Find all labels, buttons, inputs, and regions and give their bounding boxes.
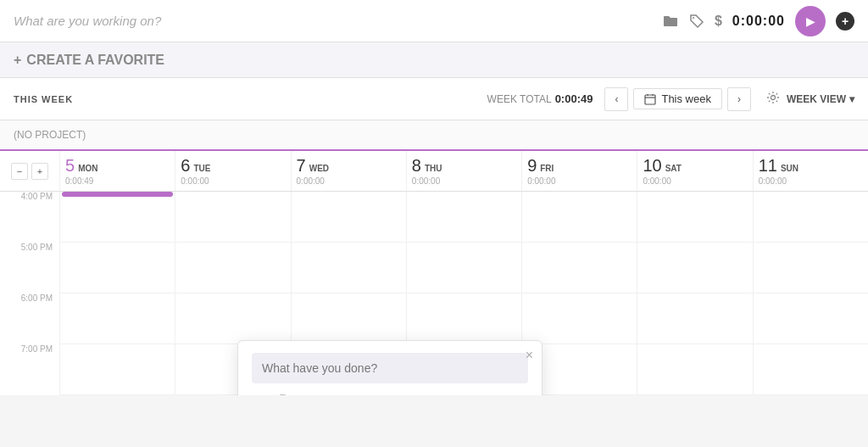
zoom-out-button[interactable]: − — [11, 163, 28, 180]
day-number: 9 — [527, 156, 537, 175]
hour-cell — [754, 192, 868, 243]
hour-cell — [637, 344, 752, 395]
day-number: 7 — [297, 156, 306, 175]
day-header: 8THU0:00:00 — [406, 151, 521, 191]
time-label: 5:00 PM — [0, 243, 59, 293]
hour-cell — [175, 243, 290, 293]
day-header: 9FRI0:00:00 — [521, 151, 637, 191]
week-range-button[interactable]: This week — [633, 88, 722, 109]
hour-cell — [292, 192, 406, 243]
day-header: 6TUE0:00:00 — [175, 151, 290, 191]
day-number: 8 — [412, 156, 421, 175]
hour-cell — [522, 243, 637, 293]
day-abbr: SAT — [665, 164, 682, 173]
day-abbr: WED — [309, 164, 329, 173]
prev-week-button[interactable]: ‹ — [604, 87, 628, 111]
time-label: 6:00 PM — [0, 293, 59, 344]
svg-point-5 — [771, 95, 775, 99]
timer-display: 0:00:00 — [732, 14, 785, 29]
gear-icon — [766, 91, 780, 104]
calendar-section: − + 5MON0:00:496TUE0:00:007WED0:00:008TH… — [0, 151, 868, 395]
top-bar: What are you working on? $ 0:00:00 ▶ + — [0, 0, 868, 42]
day-total: 0:00:49 — [65, 176, 170, 186]
dollar-icon: $ — [304, 394, 311, 395]
create-favorite-label: CREATE A FAVORITE — [26, 53, 164, 68]
next-week-button[interactable]: › — [727, 87, 751, 111]
play-button[interactable]: ▶ — [795, 6, 826, 36]
plus-icon: + — [14, 53, 21, 68]
hour-cell — [175, 192, 290, 243]
add-timer-button[interactable]: + — [836, 12, 854, 31]
day-abbr: TUE — [193, 164, 210, 173]
hour-cell — [637, 243, 752, 293]
task-description-input[interactable] — [252, 353, 528, 383]
time-entry-popup: × $ 📅 — [237, 340, 542, 395]
hour-cell — [522, 192, 637, 243]
day-header: 7WED0:00:00 — [291, 151, 406, 191]
hour-cell — [60, 344, 175, 395]
tag-icon — [279, 394, 292, 395]
project-row: (NO PROJECT) — [0, 120, 868, 151]
hour-cell — [292, 293, 406, 344]
popup-close-button[interactable]: × — [526, 348, 533, 363]
day-number: 5 — [65, 156, 75, 175]
calendar-icon — [644, 93, 656, 105]
week-header: THIS WEEK WEEK TOTAL 0:00:49 ‹ This week… — [0, 78, 868, 120]
hour-cell — [60, 192, 175, 243]
hour-cell — [60, 243, 175, 293]
day-abbr: SUN — [781, 164, 798, 173]
svg-point-0 — [693, 17, 694, 19]
day-column[interactable] — [59, 192, 175, 395]
time-label: 7:00 PM — [0, 344, 59, 395]
time-entry-bar[interactable] — [62, 192, 173, 197]
day-total: 0:00:00 — [643, 176, 747, 186]
day-abbr: MON — [78, 164, 97, 173]
hour-cell — [522, 293, 637, 344]
settings-button[interactable] — [766, 91, 780, 108]
day-header: 10SAT0:00:00 — [637, 151, 752, 191]
hour-cell — [637, 293, 752, 344]
week-total-label: WEEK TOTAL — [487, 93, 552, 105]
tag-icon-btn[interactable] — [689, 14, 704, 29]
day-number: 11 — [759, 156, 777, 175]
week-range-label: This week — [661, 92, 711, 105]
week-total-value: 0:00:49 — [555, 92, 593, 105]
folder-icon — [252, 394, 267, 396]
zoom-in-button[interactable]: + — [31, 163, 48, 180]
hour-cell — [637, 192, 752, 243]
top-bar-actions: $ 0:00:00 ▶ + — [662, 6, 854, 36]
tag-icon — [689, 14, 704, 29]
day-number: 6 — [181, 156, 190, 175]
day-total: 0:00:00 — [181, 176, 285, 186]
hour-cell — [175, 293, 290, 344]
chevron-down-icon: ▾ — [849, 93, 854, 105]
week-navigation: ‹ This week › — [604, 87, 751, 111]
day-total: 0:00:00 — [527, 176, 632, 186]
week-view-label: WEEK VIEW — [787, 93, 846, 105]
popup-tag-button[interactable] — [279, 394, 292, 395]
week-title: THIS WEEK — [14, 94, 487, 104]
popup-billable-button[interactable]: $ — [304, 394, 311, 395]
plus-icon: + — [37, 166, 42, 176]
plus-icon: + — [842, 14, 849, 28]
svg-rect-1 — [645, 95, 655, 104]
create-favorite-bar[interactable]: + CREATE A FAVORITE — [0, 42, 868, 78]
popup-folder-button[interactable] — [252, 394, 267, 396]
day-total: 0:00:00 — [412, 176, 516, 186]
day-total: 0:00:00 — [297, 176, 401, 186]
play-icon: ▶ — [806, 14, 815, 28]
day-header: 5MON0:00:49 — [59, 151, 175, 191]
popup-icons: $ — [252, 394, 528, 395]
day-column[interactable] — [637, 192, 752, 395]
hour-cell — [407, 192, 521, 243]
day-column[interactable] — [753, 192, 868, 395]
hour-cell — [754, 344, 868, 395]
hour-cell — [292, 243, 406, 293]
task-input-placeholder[interactable]: What are you working on? — [14, 14, 662, 28]
hour-cell — [407, 293, 521, 344]
week-view-button[interactable]: WEEK VIEW ▾ — [787, 93, 854, 105]
hour-cell — [754, 243, 868, 293]
billable-icon-btn[interactable]: $ — [715, 14, 722, 29]
folder-icon-btn[interactable] — [662, 14, 679, 28]
minus-icon: − — [17, 166, 22, 176]
